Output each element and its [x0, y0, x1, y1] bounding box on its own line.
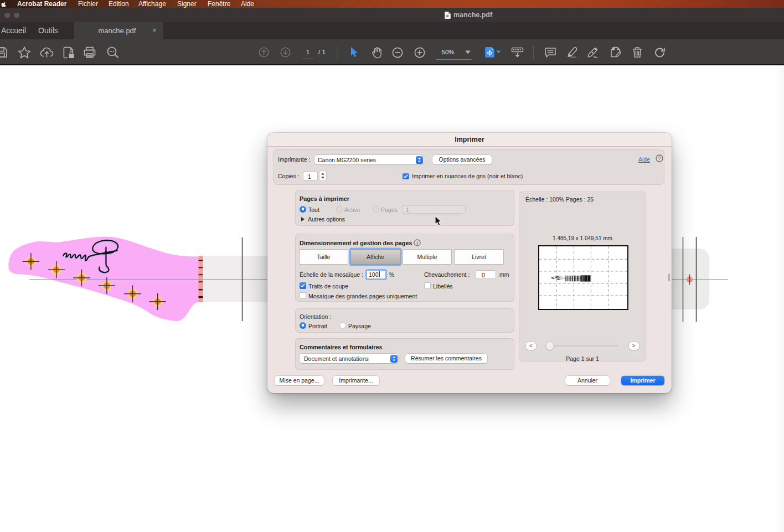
svg-text:?: ?: [658, 156, 661, 161]
